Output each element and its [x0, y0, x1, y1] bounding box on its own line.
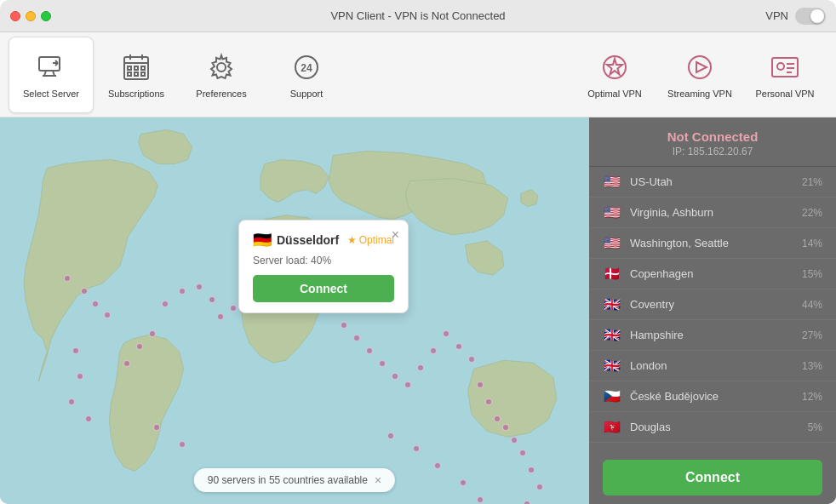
- tab-subscriptions-label: Subscriptions: [108, 89, 164, 99]
- server-row[interactable]: 🇬🇧Coventry44%: [589, 289, 836, 320]
- svg-rect-16: [141, 72, 145, 76]
- badge-close-button[interactable]: ×: [375, 473, 381, 487]
- tab-streaming-vpn-label: Streaming VPN: [667, 89, 732, 99]
- server-row[interactable]: 🇺🇸Virginia, Ashburn22%: [589, 198, 836, 228]
- tab-select-server[interactable]: Select Server: [9, 37, 94, 113]
- server-row[interactable]: 🇩🇰Copenhagen15%: [589, 259, 836, 289]
- tab-support-label: Support: [290, 89, 324, 99]
- server-name: Washington, Seattle: [630, 237, 797, 249]
- svg-marker-21: [607, 59, 622, 75]
- map-dot: [77, 373, 83, 380]
- server-row[interactable]: 🇨🇿České Budějovice12%: [589, 381, 836, 412]
- map-dot: [387, 432, 394, 439]
- main-content: × 🇩🇪 Düsseldorf ★ Optimal Server load: 4…: [0, 117, 836, 504]
- map-dot: [502, 424, 509, 431]
- map-dot: [413, 445, 420, 452]
- star-icon: ★: [347, 234, 357, 246]
- map-dot: [392, 373, 398, 380]
- map-dot: [417, 364, 424, 371]
- svg-point-17: [217, 63, 226, 72]
- map-dot: [443, 330, 449, 337]
- server-panel: Not Connected IP: 185.162.20.67 🇺🇸US-Uta…: [589, 117, 836, 504]
- server-row[interactable]: 🇦🇪Dubai4%: [589, 443, 836, 451]
- map-dot: [494, 415, 501, 422]
- server-load: 21%: [797, 176, 822, 188]
- connection-status: Not Connected: [603, 129, 822, 144]
- server-flag: 🇺🇸: [603, 174, 621, 190]
- map-dot: [485, 398, 492, 405]
- map-dot: [524, 501, 530, 504]
- map-dot: [468, 356, 475, 363]
- map-dot: [477, 381, 484, 388]
- server-flag: 🇺🇸: [603, 235, 621, 251]
- server-name: Virginia, Ashburn: [630, 206, 797, 219]
- svg-rect-15: [135, 72, 138, 76]
- titlebar: VPN Client - VPN is Not Connected VPN: [0, 0, 836, 32]
- map-dot: [64, 275, 71, 282]
- vpn-toggle[interactable]: [795, 8, 826, 25]
- tab-streaming-vpn[interactable]: Streaming VPN: [657, 37, 742, 113]
- panel-header: Not Connected IP: 185.162.20.67: [589, 117, 836, 167]
- server-name: České Budějovice: [630, 390, 797, 403]
- popup-connect-button[interactable]: Connect: [253, 275, 394, 302]
- popup-city: Düsseldorf: [277, 233, 347, 247]
- server-row[interactable]: 🇺🇸US-Utah21%: [589, 167, 836, 198]
- vpn-toggle-label: VPN: [765, 9, 788, 22]
- ip-address: IP: 185.162.20.67: [603, 146, 822, 158]
- server-row[interactable]: 🇺🇸Washington, Seattle14%: [589, 228, 836, 259]
- panel-footer: Connect: [589, 451, 836, 504]
- traffic-lights: [10, 11, 51, 21]
- tab-personal-vpn[interactable]: Personal VPN: [742, 37, 827, 113]
- svg-marker-23: [696, 62, 707, 72]
- map-dot: [511, 437, 518, 444]
- server-name: Coventry: [630, 298, 797, 311]
- server-row[interactable]: 🇬🇧London13%: [589, 351, 836, 381]
- server-load: 44%: [797, 299, 822, 311]
- map-dot: [379, 360, 386, 367]
- popup-header: 🇩🇪 Düsseldorf ★ Optimal: [253, 231, 394, 249]
- server-name: London: [630, 359, 797, 372]
- server-row[interactable]: 🇮🇲Douglas5%: [589, 412, 836, 443]
- map-dot: [68, 398, 75, 405]
- map-area[interactable]: × 🇩🇪 Düsseldorf ★ Optimal Server load: 4…: [0, 117, 589, 504]
- map-dot: [341, 322, 347, 329]
- server-flag: 🇬🇧: [603, 327, 621, 343]
- server-row[interactable]: 🇬🇧Hampshire27%: [589, 320, 836, 351]
- maximize-button[interactable]: [41, 11, 51, 21]
- map-dot: [519, 450, 526, 456]
- map-dot: [536, 484, 543, 490]
- server-flag: 🇨🇿: [603, 388, 621, 404]
- map-dot: [123, 360, 130, 367]
- popup-flag: 🇩🇪: [253, 231, 272, 249]
- map-dot: [196, 284, 203, 290]
- connect-button[interactable]: Connect: [603, 460, 822, 495]
- map-dot: [81, 288, 88, 295]
- server-load: 22%: [797, 207, 822, 219]
- toolbar-left: Select Server Subscriptions: [9, 37, 349, 113]
- tab-support[interactable]: 24 Support: [264, 37, 349, 113]
- map-dot: [72, 347, 79, 354]
- monitor-arrow-icon: [35, 51, 67, 83]
- map-dot: [430, 347, 437, 354]
- tab-subscriptions[interactable]: Subscriptions: [94, 37, 179, 113]
- map-dot: [217, 313, 224, 320]
- svg-point-25: [777, 63, 784, 70]
- tab-preferences-label: Preferences: [196, 89, 246, 99]
- minimize-button[interactable]: [26, 11, 36, 21]
- tab-preferences[interactable]: Preferences: [179, 37, 264, 113]
- server-flag: 🇩🇰: [603, 266, 621, 282]
- tab-optimal-vpn-label: Optimal VPN: [587, 89, 642, 99]
- popup-close-button[interactable]: ×: [392, 227, 399, 243]
- close-button[interactable]: [10, 11, 20, 21]
- map-dot: [136, 343, 143, 350]
- map-dot: [209, 296, 215, 303]
- map-dot: [353, 335, 360, 341]
- server-list[interactable]: 🇺🇸US-Utah21%🇺🇸Virginia, Ashburn22%🇺🇸Wash…: [589, 167, 836, 451]
- server-name: Hampshire: [630, 329, 797, 341]
- titlebar-right: VPN: [765, 8, 826, 25]
- tab-optimal-vpn[interactable]: Optimal VPN: [572, 37, 657, 113]
- map-dot: [366, 347, 373, 354]
- popup-optimal-badge: ★ Optimal: [347, 234, 394, 246]
- gear-icon: [205, 51, 238, 83]
- server-flag: 🇺🇸: [603, 204, 621, 220]
